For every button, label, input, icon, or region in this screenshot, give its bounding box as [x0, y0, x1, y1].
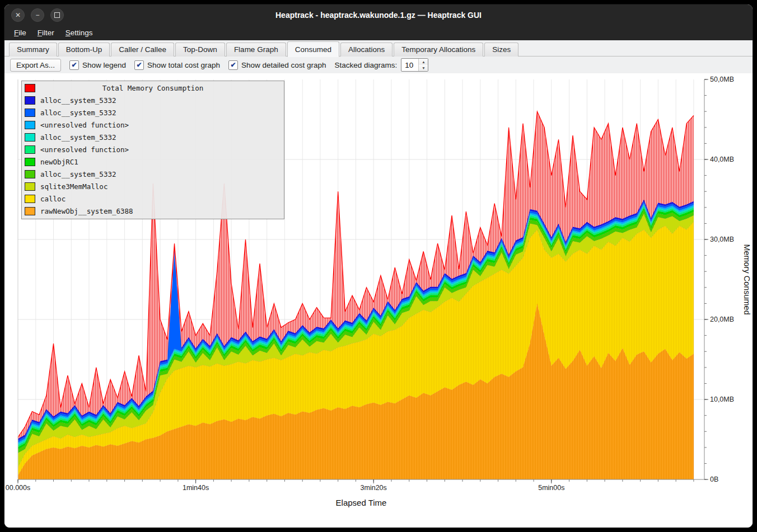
svg-text:1min40s: 1min40s — [183, 484, 209, 492]
menu-file[interactable]: File — [9, 27, 31, 39]
legend-item-label: newObjRC1 — [40, 158, 78, 166]
y-axis-label: Memory Consumed — [742, 244, 751, 314]
legend-title-row: Total Memory Consumption — [22, 82, 284, 94]
x-axis-label: Elapsed Time — [336, 498, 387, 507]
svg-text:00.000s: 00.000s — [6, 484, 30, 492]
legend-item-label: alloc__system_5332 — [40, 96, 116, 105]
legend-swatch — [25, 96, 35, 105]
legend-item: newObjRC1 — [22, 156, 284, 168]
export-as-button[interactable]: Export As... — [10, 59, 61, 72]
checkbox-show-legend[interactable]: ✔Show legend — [69, 60, 126, 70]
chart-legend: Total Memory Consumptionalloc__system_53… — [21, 81, 284, 219]
legend-swatch — [25, 182, 35, 191]
minimize-button[interactable]: − — [31, 8, 44, 22]
stacked-diagrams-spinner[interactable]: 10 ▲ ▼ — [401, 58, 428, 72]
legend-swatch — [25, 133, 35, 142]
legend-item: alloc__system_5332 — [22, 168, 284, 180]
legend-item-label: alloc__system_5332 — [40, 109, 116, 117]
checkbox-label: Show detailed cost graph — [241, 61, 326, 69]
tab-summary[interactable]: Summary — [9, 43, 57, 57]
legend-title-text: Total Memory Consumption — [102, 84, 204, 92]
svg-text:0B: 0B — [710, 475, 718, 483]
tab-caller-callee[interactable]: Caller / Callee — [111, 43, 174, 57]
svg-text:3min20s: 3min20s — [361, 484, 387, 492]
close-icon: ✕ — [15, 12, 21, 18]
legend-item: rawNewObj__system_6388 — [22, 205, 284, 217]
checkbox-show-total-cost-graph[interactable]: ✔Show total cost graph — [134, 60, 220, 70]
checkmark-icon[interactable]: ✔ — [69, 60, 79, 70]
tab-bottom-up[interactable]: Bottom-Up — [58, 43, 110, 57]
checkmark-icon[interactable]: ✔ — [134, 60, 144, 70]
toolbar-checkboxes: ✔Show legend✔Show total cost graph✔Show … — [69, 60, 326, 70]
checkbox-label: Show legend — [82, 61, 126, 69]
svg-text:50,0MB: 50,0MB — [710, 76, 734, 83]
legend-swatch — [25, 109, 35, 117]
spinner-up-button[interactable]: ▲ — [419, 59, 428, 65]
menu-settings[interactable]: Settings — [60, 27, 98, 39]
close-button[interactable]: ✕ — [11, 8, 25, 22]
spinner-buttons: ▲ ▼ — [418, 59, 428, 71]
checkbox-label: Show total cost graph — [147, 61, 220, 69]
heaptrack-window: ✕ − Heaptrack - heaptrack.wakunode.1.gz … — [4, 4, 753, 528]
legend-item: calloc — [22, 192, 284, 205]
tab-flame-graph[interactable]: Flame Graph — [226, 43, 286, 57]
legend-item-label: <unresolved function> — [40, 145, 129, 154]
stacked-diagrams-value[interactable]: 10 — [401, 59, 418, 71]
legend-swatch-total — [25, 84, 35, 92]
menu-filter[interactable]: Filter — [32, 27, 59, 39]
legend-item: alloc__system_5332 — [22, 131, 284, 143]
toolbar: Export As... ✔Show legend✔Show total cos… — [4, 57, 753, 73]
legend-item-label: rawNewObj__system_6388 — [40, 207, 133, 215]
legend-swatch — [25, 207, 35, 215]
legend-swatch — [25, 158, 35, 166]
legend-item: <unresolved function> — [22, 119, 284, 131]
menu-bar: FileFilterSettings — [4, 25, 753, 40]
chart-area: 00.000s1min40s3min20s5min00s0B10,0MB20,0… — [4, 73, 753, 528]
svg-text:30,0MB: 30,0MB — [710, 236, 734, 243]
legend-item: sqlite3MemMalloc — [22, 180, 284, 192]
tab-bar: SummaryBottom-UpCaller / CalleeTop-DownF… — [4, 40, 753, 57]
legend-item-label: calloc — [40, 195, 66, 203]
legend-item: <unresolved function> — [22, 143, 284, 156]
checkmark-icon[interactable]: ✔ — [228, 60, 238, 70]
legend-item-label: alloc__system_5332 — [40, 170, 116, 178]
stacked-diagrams-label: Stacked diagrams: — [335, 61, 398, 69]
window-title: Heaptrack - heaptrack.wakunode.1.gz — He… — [4, 11, 753, 20]
window-buttons: ✕ − — [4, 8, 64, 22]
tab-temporary-allocations[interactable]: Temporary Allocations — [394, 43, 483, 57]
tab-allocations[interactable]: Allocations — [340, 43, 392, 57]
legend-item: alloc__system_5332 — [22, 106, 284, 119]
tab-sizes[interactable]: Sizes — [484, 43, 518, 57]
legend-item-label: sqlite3MemMalloc — [40, 182, 108, 191]
legend-item: alloc__system_5332 — [22, 94, 284, 106]
tab-consumed[interactable]: Consumed — [287, 41, 339, 57]
legend-swatch — [25, 170, 35, 178]
title-bar[interactable]: ✕ − Heaptrack - heaptrack.wakunode.1.gz … — [4, 4, 753, 25]
svg-text:40,0MB: 40,0MB — [710, 156, 734, 163]
svg-text:5min00s: 5min00s — [538, 484, 564, 492]
checkbox-show-detailed-cost-graph[interactable]: ✔Show detailed cost graph — [228, 60, 326, 70]
legend-swatch — [25, 195, 35, 203]
minimize-icon: − — [35, 12, 39, 18]
svg-text:10,0MB: 10,0MB — [710, 396, 734, 403]
maximize-button[interactable] — [50, 8, 64, 22]
spinner-down-button[interactable]: ▼ — [419, 65, 428, 71]
legend-item-label: <unresolved function> — [40, 121, 129, 129]
legend-swatch — [25, 145, 35, 154]
tab-top-down[interactable]: Top-Down — [175, 43, 225, 57]
svg-text:20,0MB: 20,0MB — [710, 316, 734, 323]
legend-swatch — [25, 121, 35, 129]
legend-item-label: alloc__system_5332 — [40, 133, 116, 142]
maximize-icon — [54, 12, 60, 18]
